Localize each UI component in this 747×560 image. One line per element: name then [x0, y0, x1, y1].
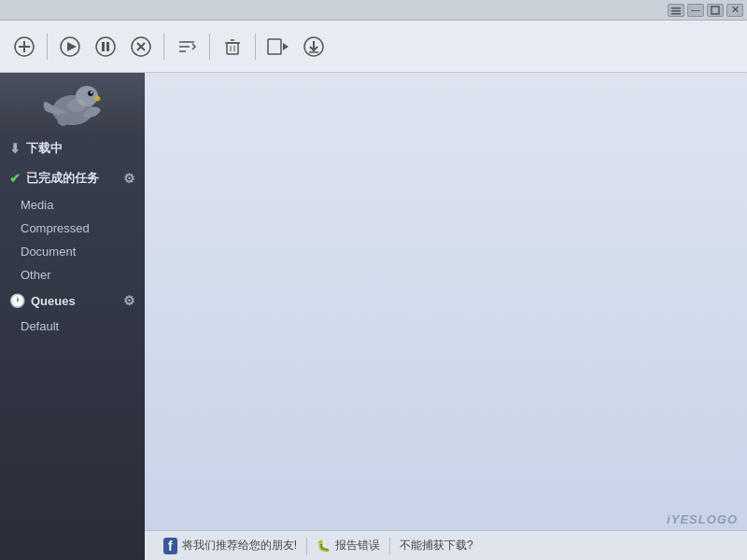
- sidebar-header-queues[interactable]: 🕐 Queues ⚙: [0, 287, 145, 315]
- svg-marker-8: [67, 42, 77, 51]
- app-logo: [0, 73, 145, 133]
- svg-rect-11: [106, 42, 109, 51]
- toolbar-sep-4: [255, 34, 256, 60]
- add-button[interactable]: [9, 32, 39, 62]
- sidebar-header-downloading[interactable]: ⬇ 下载中: [0, 133, 145, 163]
- sidebar-section-queues: 🕐 Queues ⚙ Default: [0, 287, 145, 338]
- sidebar-item-document[interactable]: Document: [0, 240, 145, 263]
- titlebar-close-btn[interactable]: ✕: [726, 4, 743, 17]
- sidebar-section-completed: ✔ 已完成的任务 ⚙ Media Compressed Document Oth…: [0, 163, 145, 287]
- svg-point-32: [67, 99, 86, 112]
- titlebar-settings-btn[interactable]: [668, 4, 684, 17]
- svg-rect-23: [268, 39, 281, 54]
- checkmark-icon: ✔: [9, 171, 21, 186]
- facebook-icon: f: [163, 538, 177, 554]
- svg-point-31: [91, 91, 92, 93]
- completed-label: 已完成的任务: [26, 170, 99, 187]
- completed-gear-icon[interactable]: ⚙: [123, 171, 135, 186]
- svg-rect-18: [227, 43, 238, 54]
- sort-button[interactable]: [172, 32, 202, 62]
- sidebar-item-other[interactable]: Other: [0, 263, 145, 287]
- queues-gear-icon[interactable]: ⚙: [123, 293, 135, 308]
- titlebar-minimize-btn[interactable]: —: [687, 4, 704, 17]
- sidebar-item-default[interactable]: Default: [0, 315, 145, 338]
- toolbar: [0, 21, 747, 73]
- toolbar-sep-1: [47, 34, 48, 60]
- sidebar-section-downloading: ⬇ 下载中: [0, 133, 145, 163]
- toolbar-sep-2: [163, 34, 164, 60]
- sidebar: ⬇ 下载中 ✔ 已完成的任务 ⚙ Media Compressed Docume…: [0, 73, 145, 560]
- recommend-label: 将我们推荐给您的朋友!: [182, 538, 297, 553]
- eagle-svg: [35, 77, 110, 129]
- svg-marker-24: [283, 43, 289, 50]
- sidebar-header-completed[interactable]: ✔ 已完成的任务 ⚙: [0, 163, 145, 193]
- media-button[interactable]: [263, 32, 293, 62]
- content-main: [145, 73, 747, 530]
- svg-point-9: [96, 37, 115, 56]
- footer-capture[interactable]: 不能捕获下载?: [390, 538, 483, 553]
- download-button[interactable]: [299, 32, 329, 62]
- delete-button[interactable]: [218, 32, 247, 62]
- svg-rect-10: [102, 42, 105, 51]
- svg-rect-3: [712, 7, 719, 14]
- footer-recommend[interactable]: f 将我们推荐给您的朋友!: [154, 538, 306, 554]
- svg-rect-1: [671, 10, 681, 12]
- report-label: 报告错误: [335, 538, 380, 553]
- play-button[interactable]: [55, 32, 85, 62]
- svg-rect-2: [671, 13, 681, 15]
- clock-icon: 🕐: [9, 293, 25, 308]
- downloading-label: 下载中: [26, 140, 63, 157]
- queues-label: Queues: [31, 294, 76, 308]
- main-layout: ⬇ 下载中 ✔ 已完成的任务 ⚙ Media Compressed Docume…: [0, 73, 747, 560]
- footer: f 将我们推荐给您的朋友! 🐛 报告错误 不能捕获下载?: [145, 530, 747, 560]
- titlebar-restore-btn[interactable]: [707, 4, 724, 17]
- stop-button[interactable]: [126, 32, 156, 62]
- content-area: iYESLOGO f 将我们推荐给您的朋友! 🐛 报告错误 不能捕获下载?: [145, 73, 747, 560]
- bug-icon: 🐛: [317, 539, 331, 553]
- watermark: iYESLOGO: [667, 512, 738, 526]
- sidebar-item-compressed[interactable]: Compressed: [0, 217, 145, 240]
- capture-label: 不能捕获下载?: [400, 538, 473, 553]
- svg-rect-0: [671, 7, 681, 9]
- footer-report[interactable]: 🐛 报告错误: [307, 538, 389, 553]
- pause-button[interactable]: [91, 32, 120, 62]
- download-icon: ⬇: [9, 141, 21, 156]
- toolbar-sep-3: [209, 34, 210, 60]
- svg-point-30: [88, 91, 93, 96]
- title-bar: — ✕: [0, 0, 747, 21]
- sidebar-item-media[interactable]: Media: [0, 193, 145, 217]
